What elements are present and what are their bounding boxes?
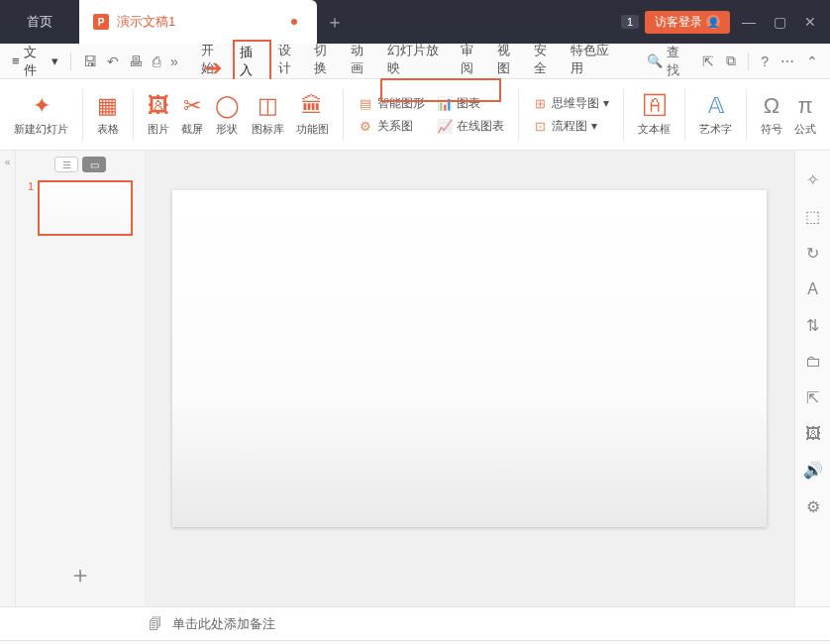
funcchart-icon: 🏛 bbox=[301, 93, 323, 119]
undo-icon[interactable]: ↶ bbox=[107, 54, 119, 69]
add-slide-button[interactable]: ＋ bbox=[58, 549, 102, 600]
table-button[interactable]: ▦表格 bbox=[93, 93, 123, 137]
resource-pane-icon[interactable]: 🗀 bbox=[805, 353, 821, 371]
file-menu[interactable]: ≡ 文件 ▾ bbox=[12, 44, 58, 79]
new-slide-icon: ✦ bbox=[33, 93, 51, 119]
flowchart-button[interactable]: ⊡流程图 ▾ bbox=[528, 117, 613, 136]
view-toggle: ☰ ▭ bbox=[54, 157, 106, 172]
mindmap-button[interactable]: ⊞思维导图 ▾ bbox=[528, 94, 613, 113]
tab-transition[interactable]: 切换 bbox=[309, 40, 344, 83]
save-icon[interactable]: 🖫 bbox=[83, 54, 97, 69]
adjust-pane-icon[interactable]: ⇅ bbox=[806, 316, 819, 335]
close-button[interactable]: ✕ bbox=[798, 14, 822, 30]
window-icon[interactable]: ⧉ bbox=[726, 53, 736, 69]
maximize-button[interactable]: ▢ bbox=[768, 14, 792, 30]
slide-thumbnail-1[interactable] bbox=[38, 180, 133, 236]
separator bbox=[684, 89, 685, 141]
template-pane-icon[interactable]: ⬚ bbox=[805, 207, 820, 226]
login-label: 访客登录 bbox=[655, 14, 702, 31]
separator bbox=[623, 89, 624, 141]
image-icon: 🖼 bbox=[148, 93, 169, 119]
help-icon[interactable]: ? bbox=[761, 54, 769, 69]
textbox-icon: 🄰 bbox=[644, 93, 666, 119]
export-pane-icon[interactable]: ⇱ bbox=[806, 388, 819, 407]
funcchart-button[interactable]: 🏛功能图 bbox=[292, 93, 333, 137]
left-collapse-rail: « bbox=[0, 151, 16, 606]
tab-start[interactable]: 开始 bbox=[196, 40, 231, 83]
tab-insert[interactable]: 插入 bbox=[233, 40, 271, 83]
login-button[interactable]: 访客登录 👤 bbox=[645, 11, 730, 34]
transition-pane-icon[interactable]: ↻ bbox=[806, 244, 819, 263]
chart-icon: 📊 bbox=[437, 96, 453, 111]
diagram-group: ⊞思维导图 ▾ ⊡流程图 ▾ bbox=[528, 94, 613, 136]
design-pane-icon[interactable]: ✧ bbox=[806, 170, 819, 189]
search-box[interactable]: 🔍 查找 bbox=[647, 44, 691, 79]
chart-button[interactable]: 📊图表 bbox=[433, 94, 508, 113]
new-slide-button[interactable]: ✦ 新建幻灯片 bbox=[10, 93, 72, 137]
right-rail: ✧ ⬚ ↻ A ⇅ 🗀 ⇱ 🖼 🔊 ⚙ bbox=[794, 151, 830, 606]
symbol-icon: Ω bbox=[764, 93, 779, 119]
thumb-number: 1 bbox=[28, 180, 34, 192]
tab-animation[interactable]: 动画 bbox=[346, 40, 380, 83]
separator bbox=[748, 53, 749, 70]
slide-thumb-row: 1 bbox=[28, 180, 133, 236]
smartart-icon: ▤ bbox=[358, 96, 373, 111]
minimize-button[interactable]: — bbox=[736, 14, 762, 30]
collapse-ribbon-icon[interactable]: ⌃ bbox=[806, 54, 818, 69]
font-pane-icon[interactable]: A bbox=[807, 280, 818, 298]
collapse-left-icon[interactable]: « bbox=[5, 157, 11, 167]
tab-review[interactable]: 审阅 bbox=[456, 40, 490, 83]
tab-view[interactable]: 视图 bbox=[492, 40, 527, 83]
tab-document[interactable]: P 演示文稿1 bbox=[79, 0, 317, 44]
textbox-button[interactable]: 🄰文本框 bbox=[634, 93, 674, 137]
relation-button[interactable]: ⚙关系图 bbox=[354, 117, 429, 136]
mindmap-icon: ⊞ bbox=[532, 96, 548, 111]
media-pane-icon[interactable]: 🖼 bbox=[805, 425, 821, 443]
formula-button[interactable]: π公式 bbox=[790, 93, 820, 137]
table-icon: ▦ bbox=[97, 93, 118, 119]
tab-special[interactable]: 特色应用 bbox=[566, 40, 625, 83]
document-title: 演示文稿1 bbox=[117, 13, 175, 31]
separator bbox=[343, 89, 344, 141]
share-icon[interactable]: ⇱ bbox=[702, 54, 714, 69]
slide-canvas[interactable] bbox=[172, 190, 767, 527]
iconlib-icon: ◫ bbox=[258, 93, 278, 119]
notification-badge[interactable]: 1 bbox=[621, 15, 639, 29]
onlinechart-icon: 📈 bbox=[437, 119, 453, 134]
tab-slideshow[interactable]: 幻灯片放映 bbox=[382, 40, 454, 83]
screenshot-button[interactable]: ✂截屏 bbox=[177, 93, 207, 137]
canvas-area[interactable] bbox=[145, 151, 794, 606]
shape-button[interactable]: ◯形状 bbox=[211, 93, 244, 137]
image-button[interactable]: 🖼图片 bbox=[144, 93, 173, 137]
tab-home[interactable]: 首页 bbox=[0, 0, 79, 44]
outline-view-btn[interactable]: ☰ bbox=[54, 157, 78, 172]
formula-icon: π bbox=[797, 93, 812, 119]
separator bbox=[82, 89, 83, 141]
thumb-view-btn[interactable]: ▭ bbox=[82, 157, 106, 172]
separator bbox=[70, 53, 71, 70]
smartart-button[interactable]: ▤智能图形 bbox=[354, 94, 429, 113]
wordart-button[interactable]: 𝔸艺术字 bbox=[695, 93, 736, 137]
onlinechart-button[interactable]: 📈在线图表 bbox=[433, 117, 508, 136]
settings-pane-icon[interactable]: ⚙ bbox=[806, 497, 820, 516]
more-qat[interactable]: » bbox=[170, 54, 178, 69]
menubar: ≡ 文件 ▾ 🖫 ↶ 🖶 ⎙ » 开始 插入 设计 切换 动画 幻灯片放映 审阅… bbox=[0, 44, 830, 79]
preview-icon[interactable]: ⎙ bbox=[153, 54, 160, 69]
separator bbox=[746, 89, 747, 141]
tab-design[interactable]: 设计 bbox=[273, 40, 308, 83]
iconlib-button[interactable]: ◫图标库 bbox=[248, 93, 288, 137]
print-icon[interactable]: 🖶 bbox=[129, 54, 143, 69]
separator bbox=[518, 89, 519, 141]
thumbnail-panel: ☰ ▭ 1 ＋ bbox=[16, 151, 145, 606]
user-icon: 👤 bbox=[706, 15, 720, 29]
notes-bar[interactable]: 🗐 单击此处添加备注 bbox=[0, 606, 830, 640]
sound-pane-icon[interactable]: 🔊 bbox=[803, 461, 823, 480]
tab-security[interactable]: 安全 bbox=[529, 40, 564, 83]
chart-group2: 📊图表 📈在线图表 bbox=[433, 94, 508, 136]
symbol-button[interactable]: Ω符号 bbox=[757, 93, 786, 137]
search-icon: 🔍 bbox=[647, 54, 663, 68]
more-icon[interactable]: ⋯ bbox=[780, 54, 794, 69]
new-tab-button[interactable]: ＋ bbox=[317, 0, 353, 44]
menubar-right: ⇱ ⧉ ? ⋯ ⌃ bbox=[702, 53, 818, 70]
notes-placeholder: 单击此处添加备注 bbox=[172, 615, 275, 633]
